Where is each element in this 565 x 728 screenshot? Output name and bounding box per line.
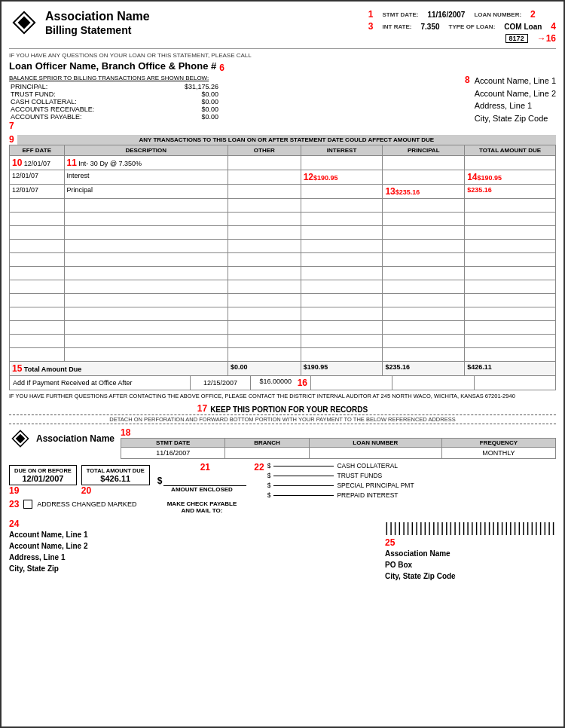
acct-line2: Account Name, Line 2 [475,87,556,100]
col-other: OTHER [228,145,301,156]
svg-rect-3 [16,434,26,444]
empty-cell [301,307,383,321]
num15: 15 [12,363,22,374]
address-changed-checkbox[interactable] [23,500,32,509]
empty-cell [383,335,465,348]
empty-cell [301,213,383,226]
empty-cell [301,240,383,253]
empty-cell [383,226,465,240]
empty-cell [465,226,556,240]
empty-cell [301,199,383,213]
cc-prefix-4: $ [267,491,271,499]
table-row-empty [10,294,556,307]
cc-input-2[interactable] [273,476,334,476]
dollar-sign: $ [157,476,163,486]
num12-label: 12 [304,172,313,182]
cc-label-3: SPECIAL PRINCIPAL PMT [337,482,414,489]
total-interest: $190.95 [301,362,383,376]
cc-input-1[interactable] [273,466,334,466]
keep-portion-wrapper: 17 KEEP THIS PORTION FOR YOUR RECORDS [9,402,556,414]
empty-cell [228,267,301,280]
table-row: 12/01/07 Principal 13$235.16 $235.16 [10,185,556,199]
cell-total: 14$190.95 [465,170,556,185]
bottom-header: Association Name 18 STMT DATE BRANCH LOA… [9,427,556,459]
balance-row-label: CASH COLLATERAL: [11,98,77,106]
transactions-header: EFF DATE DESCRIPTION OTHER INTEREST PRIN… [10,145,556,156]
empty-cell [10,294,65,307]
empty-cell [301,321,383,335]
stmt-loan-th: LOAN NUMBER [309,439,441,448]
cc-label-2: TRUST FUNDS [337,472,382,479]
loan-partial: 8172 [505,34,528,43]
balance-row: ACCOUNTS PAYABLE:$0.00 [9,113,220,121]
empty-cell [228,307,301,321]
empty-cell [383,267,465,280]
empty-cell [64,253,228,267]
balance-row-value: $0.00 [201,98,218,106]
empty-cell [228,213,301,226]
balance-section: BALANCE SPRIOR TO BILLING TRANSACTIONS A… [9,75,556,131]
account-block: Account Name, Line 1 Account Name, Line … [475,75,556,124]
transactions-body: 10 12/01/07 11 Int- 30 Dy @ 7.350% 12/01… [10,156,556,376]
cc-line-3: $ SPECIAL PRINCIPAL PMT [267,482,414,489]
balance-row-label: TRUST FUND: [11,90,56,98]
cc-label-4: PREPAID INTEREST [337,491,398,499]
cell-total: $235.16 [465,185,556,199]
cc-input-3[interactable] [273,485,334,486]
alert-bar: ANY TRANSACTIONS TO THIS LOAN ON OR AFTE… [17,135,556,145]
stmt-freq-th: FREQUENCY [441,439,555,448]
empty-cell [383,307,465,321]
alert-bar-wrapper: 9 ANY TRANSACTIONS TO THIS LOAN ON OR AF… [9,134,556,145]
table-row-empty [10,321,556,335]
cell-principal [383,156,465,170]
header-row-3: 8172 →16 [368,33,556,44]
col-interest: INTEREST [301,145,383,156]
total-due-value: $426.11 [87,474,145,483]
num23: 23 [9,499,19,509]
address-changed-label: ADDRESS CHANGED MARKED [37,500,136,508]
empty-cell [465,335,556,348]
after-payment-empty3 [474,376,555,390]
total-row: 15 Total Amount Due $0.00 $190.95 $235.1… [10,362,556,376]
table-row-empty [10,280,556,294]
stmt-date-label: STMT DATE: [383,11,419,18]
bottom-logo-icon [9,427,32,450]
logo-icon [9,8,39,38]
num10: 10 [12,158,22,168]
empty-cell [10,213,65,226]
cell-principal: 13$235.16 [383,185,465,199]
cell-desc: 11 Int- 30 Dy @ 7.350% [64,156,228,170]
balance-row: CASH COLLATERAL:$0.00 [9,98,220,106]
table-row-empty [10,335,556,348]
empty-cell [301,267,383,280]
balance-row-value: $0.00 [201,113,218,121]
empty-cell [383,294,465,307]
contact-line: IF YOU HAVE ANY QUESTIONS ON YOUR LOAN O… [9,52,556,59]
header-right: 1 STMT DATE: 11/16/2007 LOAN NUMBER: 2 3… [368,8,556,44]
table-row: 12/01/07 Interest 12$190.95 14$190.95 [10,170,556,185]
due-on-before-wrapper: DUE ON OR BEFORE 12/01/2007 19 [9,465,77,496]
empty-cell [64,213,228,226]
balance-row-value: $31,175.26 [185,83,218,90]
empty-cell [64,240,228,253]
cc-input-4[interactable] [273,495,334,496]
balance-row-value: $0.00 [201,106,218,113]
amount-input-row: $ 21 [157,462,247,486]
amount-enclosed-label: AMOUNT ENCLOSED [171,486,233,493]
to-line2: City, State Zip Code [385,570,556,582]
empty-cell [383,253,465,267]
from-address: Account Name, Line 1 Account Name, Line … [9,529,87,574]
num3: 3 [368,21,374,32]
transactions-table: EFF DATE DESCRIPTION OTHER INTEREST PRIN… [9,145,556,376]
cell-other [228,156,301,170]
to-address-wrapper: ||||||||||||||||||||||||||||||||||||||||… [385,518,556,582]
table-row-empty [10,267,556,280]
table-row-empty [10,213,556,226]
balance-row: PRINCIPAL:$31,175.26 [9,83,220,90]
num9: 9 [9,134,14,145]
num19: 19 [9,485,19,496]
amount-input-line[interactable] [163,473,246,486]
empty-cell [228,226,301,240]
cell-date: 12/01/07 [10,170,65,185]
empty-cell [64,294,228,307]
